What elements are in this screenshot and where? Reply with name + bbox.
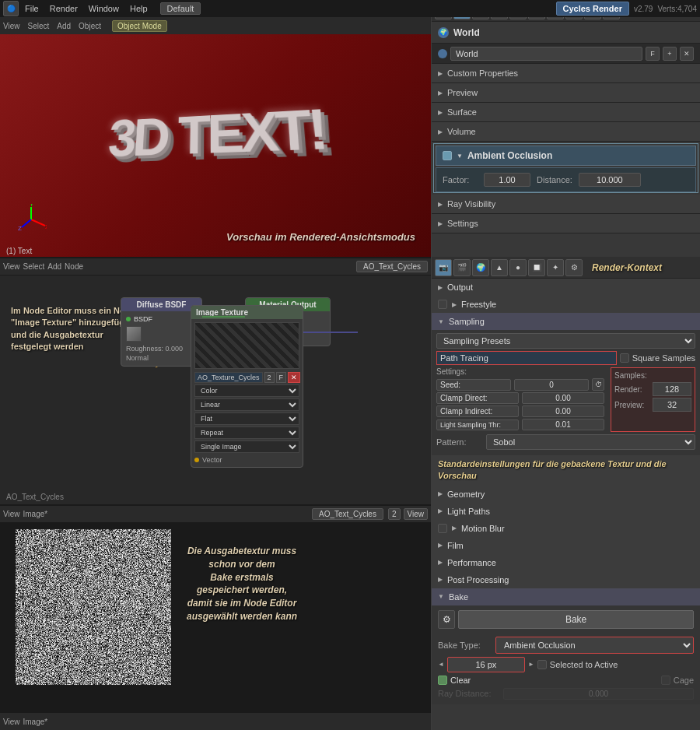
engine-dropdown[interactable]: Cycles Render (556, 2, 629, 16)
menu-render[interactable]: Render (45, 2, 82, 15)
geometry-row[interactable]: ▶ Geometry (432, 486, 700, 503)
factor-input[interactable] (484, 173, 530, 187)
bake-header[interactable]: ▼ Bake (432, 588, 700, 605)
scene-name[interactable]: Default (160, 2, 201, 15)
distance-input[interactable] (579, 173, 641, 187)
viewport-3d[interactable]: View Select Add Object Object Mode 3D TE… (0, 17, 431, 258)
img-image-menu[interactable]: Image* (23, 510, 48, 518)
single-image-select[interactable]: Single Image (194, 440, 299, 453)
preview-header[interactable]: ▶ Preview (432, 83, 700, 102)
performance-row[interactable]: ▶ Performance (432, 554, 700, 571)
lp-triangle: ▶ (438, 507, 443, 514)
node-node-menu[interactable]: Node (65, 262, 83, 271)
clamp-direct-input[interactable] (522, 392, 604, 404)
img-num[interactable]: 2 (388, 508, 401, 520)
surface-header[interactable]: ▶ Surface (432, 103, 700, 121)
color-select[interactable]: Color (194, 384, 299, 397)
image-editor[interactable]: View Image* AO_Text_Cycles 2 View Die Au… (0, 506, 431, 730)
linear-select[interactable]: Linear (194, 398, 299, 411)
preview-samples-input[interactable] (653, 398, 691, 412)
node-file-select[interactable]: AO_Text_Cycles (356, 261, 428, 272)
object-mode-dropdown[interactable]: Object Mode (112, 20, 167, 32)
bottom-status-bar: View Image* (0, 713, 431, 730)
bottom-view[interactable]: View (3, 718, 20, 726)
menu-help[interactable]: Help (125, 2, 152, 15)
render-tex-icon[interactable]: 🔲 (528, 259, 545, 276)
render-scene-icon[interactable]: 🎬 (453, 259, 471, 276)
render-obj-icon[interactable]: ▲ (491, 259, 508, 276)
film-row[interactable]: ▶ Film (432, 537, 700, 554)
node-add-menu[interactable]: Add (47, 262, 61, 271)
world-f-btn[interactable]: F (646, 47, 660, 61)
square-samples-check[interactable]: Square Samples (620, 353, 695, 363)
motion-blur-cb[interactable] (438, 524, 447, 533)
sampling-header[interactable]: ▼ Sampling (432, 313, 700, 330)
preview-title: Preview (447, 88, 478, 97)
node-editor[interactable]: View Select Add Node AO_Text_Cycles Im N… (0, 258, 431, 506)
pattern-select[interactable]: Sobol (486, 434, 695, 450)
color-swatch[interactable] (126, 326, 142, 342)
img-file-select[interactable]: AO_Text_Cycles (312, 508, 383, 520)
presets-select[interactable]: Sampling Presets (436, 333, 695, 349)
selected-to-active-check[interactable]: Selected to Active (537, 660, 618, 669)
menu-file[interactable]: File (20, 2, 44, 15)
light-sampling-input[interactable] (522, 419, 604, 430)
ao-checkbox[interactable] (443, 151, 452, 160)
render-world-icon[interactable]: 🌍 (472, 259, 489, 276)
clear-cb[interactable] (438, 676, 447, 685)
motion-blur-row[interactable]: ▶ Motion Blur (432, 520, 700, 537)
freestyle-row[interactable]: ▶ Freestyle (432, 296, 700, 313)
world-name-field[interactable]: World (450, 47, 642, 61)
ao-header[interactable]: ▼ Ambient Occlusion (436, 146, 696, 166)
add-menu[interactable]: Add (57, 22, 71, 30)
ao-texture-name[interactable]: AO_Texture_Cycles (194, 372, 263, 383)
ao-num[interactable]: 2 (264, 372, 275, 383)
perf-triangle: ▶ (438, 559, 443, 566)
clamp-indirect-input[interactable] (522, 405, 604, 417)
node-select-menu[interactable]: Select (23, 262, 45, 271)
world-settings-header[interactable]: ▶ Settings (432, 214, 700, 233)
node-view-menu[interactable]: View (3, 262, 20, 271)
ao-f[interactable]: F (276, 372, 287, 383)
render-mat-icon[interactable]: ● (509, 259, 527, 276)
view-menu[interactable]: View (3, 22, 20, 30)
img-view-menu[interactable]: View (3, 510, 20, 518)
flat-select[interactable]: Flat (194, 412, 299, 425)
viewport-object-label: (1) Text (6, 247, 32, 255)
diffuse-bsdf-header: Diffuse BSDF (121, 298, 201, 311)
select-menu[interactable]: Select (28, 22, 50, 30)
world-x-btn[interactable]: ✕ (680, 47, 694, 61)
image-texture-node[interactable]: Image Texture AO_Texture_Cycles 2 F ✕ Co… (191, 305, 303, 468)
bake-button[interactable]: Bake (458, 610, 694, 629)
world-add-btn[interactable]: + (663, 47, 677, 61)
selected-to-active-cb[interactable] (537, 660, 547, 669)
render-active-icon[interactable]: 📷 (435, 259, 452, 276)
seed-input[interactable] (514, 379, 589, 391)
motion-blur-label: Motion Blur (461, 524, 505, 533)
ao-x-btn[interactable]: ✕ (288, 372, 300, 383)
render-samples-input[interactable] (653, 382, 691, 396)
object-menu[interactable]: Object (79, 22, 101, 30)
square-samples-cb[interactable] (620, 353, 629, 363)
bake-icon-btn[interactable]: ⚙ (438, 610, 455, 629)
custom-properties-header[interactable]: ▶ Custom Properties (432, 64, 700, 82)
menu-window[interactable]: Window (84, 2, 124, 15)
volume-header[interactable]: ▶ Volume (432, 122, 700, 141)
img-view-btn[interactable]: View (404, 508, 429, 520)
repeat-select[interactable]: Repeat (194, 426, 299, 439)
post-processing-row[interactable]: ▶ Post Processing (432, 571, 700, 588)
render-part-icon[interactable]: ✦ (547, 259, 564, 276)
ray-dist-input[interactable] (503, 688, 694, 700)
bake-type-select[interactable]: Ambient Occlusion (495, 637, 694, 654)
seed-anim-btn[interactable]: ⏱ (592, 378, 604, 391)
cage-cb[interactable] (661, 676, 670, 685)
margin-input[interactable] (447, 657, 525, 672)
light-paths-row[interactable]: ▶ Light Paths (432, 503, 700, 520)
ray-visibility-header[interactable]: ▶ Ray Visibility (432, 195, 700, 213)
pp-triangle: ▶ (438, 576, 443, 583)
output-row[interactable]: ▶ Output (432, 279, 700, 296)
freestyle-cb[interactable] (438, 300, 447, 309)
path-tracing-dropdown[interactable]: Path Tracing (436, 351, 617, 365)
bottom-image[interactable]: Image* (23, 718, 48, 726)
render-phys-icon[interactable]: ⚙ (565, 259, 583, 276)
